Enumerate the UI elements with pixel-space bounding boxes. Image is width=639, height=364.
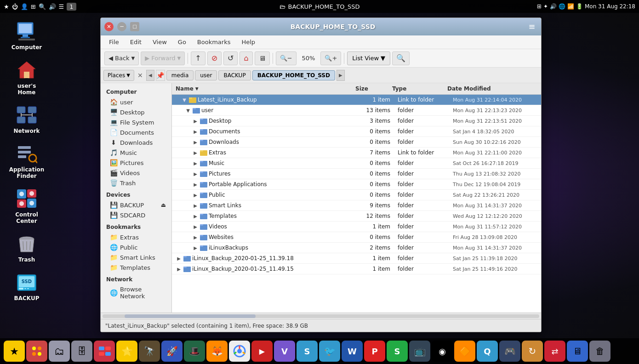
expand-icon-backup1[interactable]: ▶ <box>176 255 182 262</box>
search-button[interactable]: 🔍 <box>392 51 410 65</box>
expand-icon-ilinuxbackups[interactable]: ▶ <box>192 245 199 251</box>
taskbar-icon-viber[interactable]: V <box>274 341 295 362</box>
taskbar-icon-rocket[interactable]: 🚀 <box>161 341 183 362</box>
sidebar-item-sdcard[interactable]: 💾 SDCARD <box>103 210 170 220</box>
sidebar-eject-icon[interactable]: ⏏ <box>161 202 166 208</box>
places-button[interactable]: Places ▼ <box>103 70 134 81</box>
expand-icon-extras[interactable]: ▶ <box>192 149 199 156</box>
scrollbar-horizontal[interactable] <box>101 313 541 319</box>
maximize-button[interactable]: □ <box>130 22 139 31</box>
zoom-out-button[interactable]: 🔍− <box>276 51 297 65</box>
tray-signal-icon[interactable]: 📶 <box>567 3 574 10</box>
desktop-icon-trash[interactable]: Trash <box>8 231 45 265</box>
taskbar-icon-screen[interactable]: 📺 <box>409 341 430 362</box>
table-row[interactable]: ▶ Templates 12 items folder Wed Aug 12 1… <box>172 211 541 222</box>
taskbar-apps-icon[interactable]: ⊞ <box>31 3 36 10</box>
taskbar-icon-tv[interactable]: 🖥 <box>567 341 588 362</box>
sidebar-item-smart-links[interactable]: 📁 Smart Links <box>103 252 170 262</box>
path-nav-right[interactable]: ▶ <box>337 70 345 81</box>
forward-button[interactable]: ▶ Forward ▼ <box>141 51 185 65</box>
taskbar-icon-fm[interactable]: 🗄 <box>71 341 92 362</box>
taskbar-icon-wps[interactable]: P <box>364 341 385 362</box>
sidebar-item-downloads[interactable]: ⬇️ Downloads <box>103 137 170 148</box>
table-row[interactable]: ▶ Portable Applications 0 items folder T… <box>172 179 541 190</box>
table-row[interactable]: ▶ Pictures 0 items folder Thu Aug 13 21:… <box>172 169 541 179</box>
taskbar-icon-qbit[interactable]: Q <box>477 341 498 362</box>
view-selector[interactable]: List View ▼ <box>347 51 390 65</box>
path-crumb-media[interactable]: media <box>166 70 194 80</box>
reload-button[interactable]: ↺ <box>223 51 238 65</box>
expand-icon-music[interactable]: ▶ <box>192 160 199 166</box>
menu-view[interactable]: View <box>148 38 171 46</box>
menu-go[interactable]: Go <box>173 38 191 46</box>
col-header-type[interactable]: Type <box>388 83 444 94</box>
expand-icon-desktop[interactable]: ▶ <box>192 118 199 124</box>
expand-icon-pictures[interactable]: ▶ <box>192 171 199 177</box>
taskbar-star-icon[interactable]: ★ <box>4 3 9 10</box>
desktop-icon-backup[interactable]: SSD BACKUP <box>8 269 45 303</box>
back-button[interactable]: ◀ Back ▼ <box>104 51 139 65</box>
path-pin-button[interactable]: 📌 <box>156 70 165 81</box>
menu-edit[interactable]: Edit <box>126 38 146 46</box>
taskbar-user-icon[interactable]: 👤 <box>21 3 28 10</box>
col-header-size[interactable]: Size <box>352 83 388 94</box>
menu-help[interactable]: Help <box>237 38 260 46</box>
table-row[interactable]: ▶ Music 0 items folder Sat Oct 26 16:27:… <box>172 158 541 169</box>
table-row[interactable]: ▶ Documents 0 items folder Sat Jan 4 18:… <box>172 126 541 137</box>
stop-button[interactable]: ⊘ <box>207 51 222 65</box>
taskbar-icon-binoculars[interactable]: 🔭 <box>139 341 160 362</box>
expand-icon-latest-backup[interactable]: ▼ <box>181 97 188 103</box>
taskbar-icon-wps2[interactable]: S <box>387 341 408 362</box>
taskbar-icon-trash-tb[interactable]: 🗑 <box>589 341 610 362</box>
scrollbar-h-thumb[interactable] <box>125 314 256 318</box>
tray-grid-icon[interactable]: ⊞ <box>537 3 542 10</box>
taskbar-icon-circle[interactable]: ◉ <box>432 341 453 362</box>
taskbar-icon-skype[interactable]: S <box>297 341 318 362</box>
close-button[interactable]: ✕ <box>104 22 114 31</box>
sidebar-item-user[interactable]: 🏠 user <box>103 97 170 107</box>
table-row[interactable]: ▶ iLinux_Backup_2020-01-25_11.39.18 1 it… <box>172 253 541 264</box>
back-dropdown-icon[interactable]: ▼ <box>131 56 135 61</box>
table-row[interactable]: ▶ iLinuxBackups 2 items folder Mon Aug 3… <box>172 243 541 253</box>
expand-icon-templates[interactable]: ▶ <box>192 213 199 219</box>
table-row[interactable]: ▶ Desktop 3 items folder Mon Aug 31 22:1… <box>172 116 541 126</box>
sidebar-item-music[interactable]: 🎵 Music <box>103 148 170 158</box>
taskbar-menu-icon[interactable]: ☰ <box>59 3 64 10</box>
col-header-name[interactable]: Name ▼ <box>172 83 352 94</box>
expand-icon-user[interactable]: ▼ <box>185 107 191 114</box>
sidebar-item-trash[interactable]: 🗑️ Trash <box>103 178 170 188</box>
taskbar-icon-firefox[interactable]: 🦊 <box>206 341 228 362</box>
path-crumb-backup[interactable]: BACKUP <box>218 70 251 80</box>
taskbar-icon-star[interactable]: ★ <box>4 341 25 362</box>
desktop-icon-computer[interactable]: Computer <box>8 18 45 52</box>
table-row[interactable]: ▼ Latest_iLinux_Backup 1 item Link to fo… <box>172 95 541 105</box>
table-row[interactable]: ▶ Downloads 0 items folder Sun Aug 30 10… <box>172 137 541 148</box>
expand-icon-websites[interactable]: ▶ <box>192 234 199 240</box>
expand-icon-downloads[interactable]: ▶ <box>192 139 199 145</box>
path-nav-left[interactable]: ◀ <box>146 70 154 81</box>
expand-icon-smart-links[interactable]: ▶ <box>192 202 199 209</box>
taskbar-icon-arrow-r[interactable]: ↻ <box>522 341 543 362</box>
computer-nav-button[interactable]: 🖥 <box>255 51 270 65</box>
home-button[interactable]: ⌂ <box>240 51 252 65</box>
forward-dropdown-icon[interactable]: ▼ <box>177 56 181 61</box>
sidebar-item-pictures[interactable]: 🖼️ Pictures <box>103 158 170 168</box>
expand-icon-backup2[interactable]: ▶ <box>176 266 182 272</box>
taskbar-icon-dots[interactable] <box>26 341 47 362</box>
window-menu-button[interactable]: ≡ <box>526 21 537 32</box>
taskbar-icon-settings[interactable] <box>94 341 115 362</box>
table-row[interactable]: ▶ Public 0 items folder Sat Aug 22 13:26… <box>172 190 541 200</box>
desktop-icon-home[interactable]: user's Home <box>8 57 45 97</box>
table-row[interactable]: ▶ Extras 7 items Link to folder Mon Aug … <box>172 148 541 158</box>
taskbar-icon-chrome[interactable] <box>229 341 250 362</box>
up-button[interactable]: ↑ <box>191 51 205 65</box>
sidebar-item-public[interactable]: 🌐 Public <box>103 242 170 252</box>
sidebar-item-documents[interactable]: 📄 Documents <box>103 127 170 137</box>
path-close-button[interactable]: ✕ <box>136 71 145 80</box>
sidebar-item-desktop[interactable]: 🖥️ Desktop <box>103 107 170 117</box>
col-header-date[interactable]: Date Modified <box>444 83 536 94</box>
minimize-button[interactable]: ─ <box>117 22 126 31</box>
desktop-icon-appfinder[interactable]: Application Finder <box>8 141 45 181</box>
sidebar-item-templates[interactable]: 📁 Templates <box>103 262 170 273</box>
path-crumb-user[interactable]: user <box>195 70 217 80</box>
